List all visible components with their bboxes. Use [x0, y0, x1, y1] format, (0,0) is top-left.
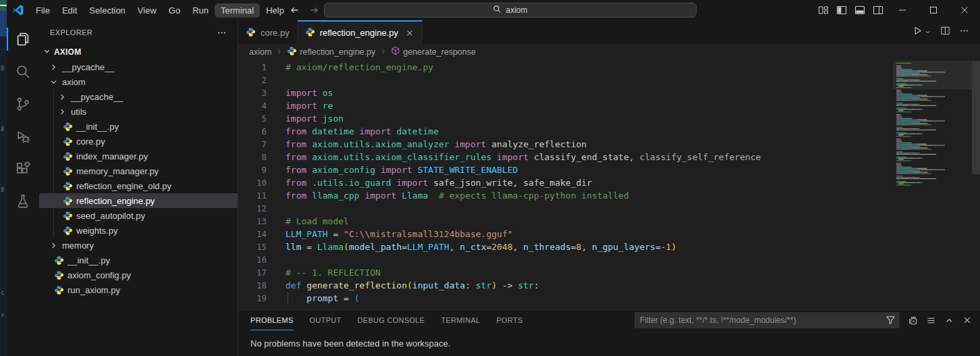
- file-item-__init__.py[interactable]: __init__.py: [39, 119, 238, 134]
- command-center-search[interactable]: axiom: [324, 3, 697, 18]
- layout-icon[interactable]: [814, 0, 832, 20]
- file-item-core.py[interactable]: core.py: [39, 134, 238, 149]
- line-number[interactable]: 12: [238, 203, 267, 213]
- line-number[interactable]: 13: [238, 216, 267, 226]
- line-number[interactable]: 11: [238, 190, 267, 201]
- line-number[interactable]: 10: [238, 178, 267, 188]
- folder-item-axiom[interactable]: axiom: [39, 74, 238, 89]
- split-editor-icon[interactable]: [940, 26, 950, 39]
- menu-file[interactable]: File: [30, 3, 56, 18]
- panel-tab-output[interactable]: OUTPUT: [310, 310, 342, 330]
- filter-icon[interactable]: [886, 315, 896, 328]
- file-item-reflection_engine.py[interactable]: reflection_engine.py: [39, 193, 238, 208]
- run-debug-icon[interactable]: [7, 120, 39, 153]
- line-number[interactable]: 6: [238, 126, 267, 136]
- line-number[interactable]: 5: [238, 113, 267, 124]
- code-line[interactable]: 12: [238, 202, 892, 215]
- scrollbar[interactable]: [972, 61, 980, 174]
- chevron-down-icon[interactable]: [924, 26, 931, 39]
- code-line[interactable]: 7from axiom.utils.axiom_analyzer import …: [238, 138, 892, 151]
- line-number[interactable]: 7: [238, 139, 267, 149]
- more-actions-icon[interactable]: [217, 28, 227, 38]
- code-line[interactable]: 3import os: [238, 86, 892, 99]
- code-line[interactable]: 16: [238, 253, 892, 266]
- back-arrow-icon[interactable]: [289, 0, 300, 20]
- tab-reflection_engine.py[interactable]: reflection_engine.py: [298, 20, 423, 44]
- code-line[interactable]: 2: [238, 74, 892, 86]
- code-line[interactable]: 10from .utils.io_guard import safe_json_…: [238, 176, 892, 189]
- line-number[interactable]: 14: [238, 229, 267, 239]
- code-line[interactable]: 18def generate_reflection(input_data: st…: [238, 279, 892, 292]
- workspace-section-header[interactable]: AXIOM: [39, 45, 238, 59]
- panel-tab-terminal[interactable]: TERMINAL: [441, 310, 480, 330]
- panel-bottom-icon[interactable]: [850, 0, 869, 20]
- file-item-memory_manager.py[interactable]: memory_manager.py: [39, 163, 238, 178]
- code-editor[interactable]: 1# axiom/reflection_engine.py23import os…: [238, 59, 980, 309]
- breadcrumb-item-reflection_engine.py[interactable]: reflection_engine.py: [287, 46, 375, 58]
- line-number[interactable]: 9: [238, 165, 267, 175]
- menu-edit[interactable]: Edit: [56, 3, 83, 18]
- problems-filter-input[interactable]: [634, 312, 900, 328]
- code-line[interactable]: 11from llama_cpp import Llama # expects …: [238, 189, 892, 202]
- panel-right-icon[interactable]: [869, 0, 887, 20]
- code-line[interactable]: 8from axiom.utils.axiom_classifier_rules…: [238, 151, 892, 163]
- close-icon[interactable]: [949, 0, 980, 20]
- files-icon[interactable]: [7, 23, 39, 55]
- tab-core.py[interactable]: core.py: [238, 20, 298, 44]
- maximize-icon[interactable]: [918, 0, 949, 20]
- line-number[interactable]: 18: [238, 280, 267, 290]
- breadcrumb-item-generate_response[interactable]: generate_response: [391, 46, 476, 57]
- breadcrumb-item-axiom[interactable]: axiom: [249, 47, 271, 57]
- chevron-up-icon[interactable]: [944, 315, 954, 326]
- code-line[interactable]: 1# axiom/reflection_engine.py: [238, 61, 892, 74]
- code-line[interactable]: 14LLM_PATH = "C:\\mistralsmall3124bbase.…: [238, 228, 892, 240]
- line-number[interactable]: 1: [238, 62, 267, 72]
- code-line[interactable]: 13# Load model: [238, 215, 892, 228]
- file-item-reflection_engine_old.py[interactable]: reflection_engine_old.py: [39, 178, 238, 193]
- extensions-icon[interactable]: [7, 153, 39, 185]
- line-number[interactable]: 15: [238, 242, 267, 252]
- file-item-weights.py[interactable]: weights.py: [39, 223, 238, 238]
- line-number[interactable]: 16: [238, 255, 267, 265]
- forward-arrow-icon[interactable]: [309, 0, 320, 20]
- menu-view[interactable]: View: [132, 3, 163, 18]
- menu-run[interactable]: Run: [186, 3, 215, 18]
- code-line[interactable]: 15llm = Llama(model_path=LLM_PATH, n_ctx…: [238, 240, 892, 253]
- line-number[interactable]: 3: [238, 88, 267, 98]
- menu-help[interactable]: Help: [260, 3, 290, 18]
- panel-left-icon[interactable]: [832, 0, 850, 20]
- line-number[interactable]: 8: [238, 152, 267, 162]
- file-item-run_axiom.py[interactable]: run_axiom.py: [39, 282, 238, 297]
- panel-tab-problems[interactable]: PROBLEMS: [250, 310, 294, 330]
- close-icon[interactable]: [405, 28, 414, 38]
- minimap-slider[interactable]: [893, 61, 972, 89]
- code-line[interactable]: 5import json: [238, 112, 892, 125]
- file-item-seed_autopilot.py[interactable]: seed_autopilot.py: [39, 208, 238, 223]
- source-control-icon[interactable]: [7, 88, 39, 120]
- line-number[interactable]: 2: [238, 75, 267, 85]
- file-item-axiom_config.py[interactable]: axiom_config.py: [39, 268, 238, 282]
- minimize-icon[interactable]: [887, 0, 918, 20]
- more-actions-icon[interactable]: [959, 26, 969, 39]
- folder-item-memory[interactable]: memory: [39, 238, 238, 253]
- code-line[interactable]: 19 prompt = (: [238, 292, 892, 305]
- run-icon[interactable]: [913, 26, 923, 39]
- line-number[interactable]: 19: [238, 293, 267, 303]
- code-line[interactable]: 17# -- 1. REFLECTION: [238, 266, 892, 279]
- view-as-list-icon[interactable]: [926, 315, 936, 326]
- code-line[interactable]: 4import re: [238, 99, 892, 112]
- file-item-__init__.py[interactable]: __init__.py: [39, 253, 238, 268]
- folder-item-utils[interactable]: utils: [39, 104, 238, 119]
- code-line[interactable]: 9from axiom_config import STATE_WRITE_EN…: [238, 163, 892, 176]
- file-item-index_manager.py[interactable]: index_manager.py: [39, 149, 238, 163]
- code-line[interactable]: 6from datetime import datetime: [238, 125, 892, 138]
- menu-go[interactable]: Go: [163, 3, 186, 18]
- close-icon[interactable]: [962, 315, 972, 325]
- panel-tab-debug-console[interactable]: DEBUG CONSOLE: [358, 310, 425, 330]
- minimap[interactable]: [893, 59, 972, 309]
- folder-item-__pycache__[interactable]: __pycache__: [39, 89, 238, 104]
- menu-selection[interactable]: Selection: [83, 3, 131, 18]
- folder-item-__pycache__[interactable]: __pycache__: [39, 59, 238, 74]
- line-number[interactable]: 4: [238, 101, 267, 111]
- testing-icon[interactable]: [7, 185, 39, 218]
